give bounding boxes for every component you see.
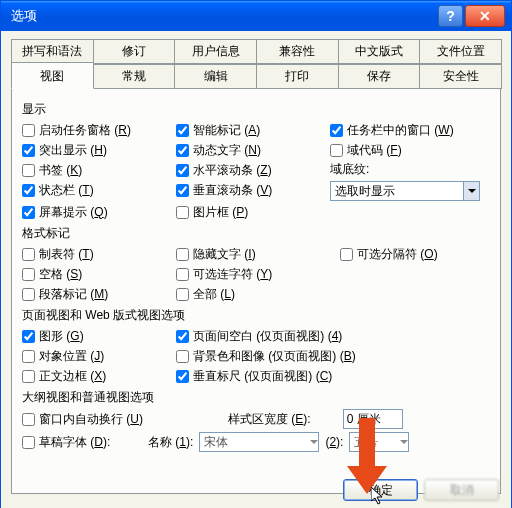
chk-vertical-ruler[interactable]: 垂直标尺 (仅页面视图) (C) xyxy=(176,367,496,385)
tab-row-2: 视图 常规 编辑 打印 保存 安全性 xyxy=(11,64,501,89)
dialog-body: 拼写和语法 修订 用户信息 兼容性 中文版式 文件位置 视图 常规 编辑 打印 … xyxy=(1,31,511,508)
outline-row1: 窗口内自动换行 (U) 样式区宽度 (E): 0 厘米 xyxy=(22,409,490,429)
chk-all[interactable]: 全部 (L) xyxy=(176,285,336,303)
chk-highlight[interactable]: 突出显示 (H) xyxy=(22,141,172,159)
titlebar[interactable]: 选项 ? ✕ xyxy=(1,1,511,31)
chk-drawings[interactable]: 图形 (G) xyxy=(22,327,172,345)
chevron-down-icon xyxy=(400,435,408,449)
chk-wrap-window[interactable]: 窗口内自动换行 (U) xyxy=(22,410,222,428)
view-panel: 显示 启动任务窗格 (R) 智能标记 (A) 任务栏中的窗口 (W) 突出显示 … xyxy=(11,88,501,494)
window-title: 选项 xyxy=(7,7,436,25)
chk-spaces[interactable]: 空格 (S) xyxy=(22,265,172,283)
pageweb-heading: 页面视图和 Web 版式视图选项 xyxy=(22,307,490,324)
tab-spell[interactable]: 拼写和语法 xyxy=(11,39,94,64)
chk-vertical-scroll[interactable]: 垂直滚动条 (V) xyxy=(176,181,326,199)
chk-whitespace[interactable]: 页面间空白 (仅页面视图) (4) xyxy=(176,327,496,345)
chk-screentips[interactable]: 屏幕提示 (Q) xyxy=(22,203,172,221)
dialog-buttons: 确定 取消 xyxy=(343,479,499,501)
marks-grid: 制表符 (T) 隐藏文字 (I) 可选分隔符 (O) 空格 (S) 可选连字符 … xyxy=(22,245,490,303)
field-shading-combo[interactable]: 选取时显示 xyxy=(330,181,480,201)
chk-optional-breaks[interactable]: 可选分隔符 (O) xyxy=(340,245,500,263)
cancel-button[interactable]: 取消 xyxy=(424,479,499,501)
chk-background[interactable]: 背景色和图像 (仅页面视图) (B) xyxy=(176,347,496,365)
style-width-label: 样式区宽度 (E): xyxy=(228,411,311,428)
tab-edit[interactable]: 编辑 xyxy=(174,64,257,89)
chk-paragraph-marks[interactable]: 段落标记 (M) xyxy=(22,285,172,303)
chk-bookmarks[interactable]: 书签 (K) xyxy=(22,161,172,179)
chk-animated-text[interactable]: 动态文字 (N) xyxy=(176,141,326,159)
chevron-down-icon xyxy=(463,182,479,200)
tab-filelocations[interactable]: 文件位置 xyxy=(419,39,502,64)
chk-field-codes[interactable]: 域代码 (F) xyxy=(330,141,500,159)
options-dialog: 选项 ? ✕ 拼写和语法 修订 用户信息 兼容性 中文版式 文件位置 视图 常规… xyxy=(0,0,512,508)
chk-object-anchors[interactable]: 对象位置 (J) xyxy=(22,347,172,365)
tab-userinfo[interactable]: 用户信息 xyxy=(174,39,257,64)
chk-picture-placeholders[interactable]: 图片框 (P) xyxy=(176,203,326,221)
style-width-input[interactable]: 0 厘米 xyxy=(343,409,403,429)
chk-draft-font[interactable]: 草稿字体 (D): xyxy=(22,433,142,451)
tab-chinese[interactable]: 中文版式 xyxy=(338,39,421,64)
font-size-label: (2): xyxy=(325,435,343,449)
tab-view[interactable]: 视图 xyxy=(11,62,94,89)
chk-text-boundaries[interactable]: 正文边框 (X) xyxy=(22,367,172,385)
chk-tabs[interactable]: 制表符 (T) xyxy=(22,245,172,263)
chk-hidden-text[interactable]: 隐藏文字 (I) xyxy=(176,245,336,263)
font-name-combo[interactable]: 宋体 xyxy=(199,432,319,452)
tab-save[interactable]: 保存 xyxy=(338,64,421,89)
chevron-down-icon xyxy=(310,435,318,449)
display-grid: 启动任务窗格 (R) 智能标记 (A) 任务栏中的窗口 (W) 突出显示 (H)… xyxy=(22,121,490,221)
help-button[interactable]: ? xyxy=(438,5,463,27)
tab-revisions[interactable]: 修订 xyxy=(93,39,176,64)
chk-smart-tags[interactable]: 智能标记 (A) xyxy=(176,121,326,139)
tab-security[interactable]: 安全性 xyxy=(419,64,502,89)
pageweb-grid: 图形 (G) 页面间空白 (仅页面视图) (4) 对象位置 (J) 背景色和图像… xyxy=(22,327,490,385)
cursor-icon xyxy=(371,487,387,507)
marks-heading: 格式标记 xyxy=(22,225,490,242)
outline-row2: 草稿字体 (D): 名称 (1): 宋体 (2): 五号 xyxy=(22,432,490,452)
tab-print[interactable]: 打印 xyxy=(256,64,339,89)
chk-optional-hyphens[interactable]: 可选连字符 (Y) xyxy=(176,265,336,283)
field-shading-label: 域底纹: xyxy=(330,161,500,179)
font-size-combo[interactable]: 五号 xyxy=(349,432,409,452)
tab-compat[interactable]: 兼容性 xyxy=(256,39,339,64)
chk-windows-taskbar[interactable]: 任务栏中的窗口 (W) xyxy=(330,121,500,139)
tab-general[interactable]: 常规 xyxy=(93,64,176,89)
chk-startup-taskpane[interactable]: 启动任务窗格 (R) xyxy=(22,121,172,139)
outline-heading: 大纲视图和普通视图选项 xyxy=(22,389,490,406)
chk-horizontal-scroll[interactable]: 水平滚动条 (Z) xyxy=(176,161,326,179)
chk-statusbar[interactable]: 状态栏 (T) xyxy=(22,181,172,199)
tab-row-1: 拼写和语法 修订 用户信息 兼容性 中文版式 文件位置 xyxy=(11,39,501,64)
display-heading: 显示 xyxy=(22,101,490,118)
font-name-label: 名称 (1): xyxy=(148,434,193,451)
close-button[interactable]: ✕ xyxy=(465,5,505,27)
